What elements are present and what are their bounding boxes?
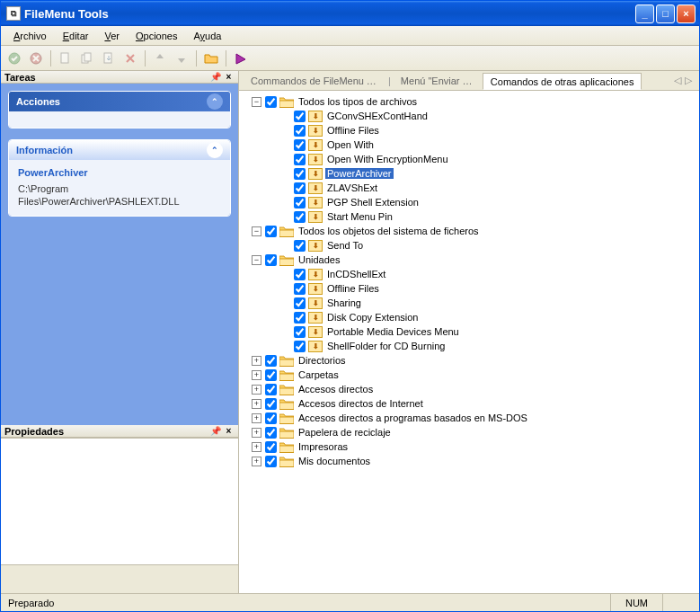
close-button[interactable]: × [677,4,696,23]
toolbar-down-icon[interactable] [172,49,191,68]
toolbar-up-icon[interactable] [150,49,170,68]
tree-checkbox[interactable] [294,283,306,295]
tree-item-label[interactable]: Offline Files [325,283,381,294]
tree-row[interactable]: ⬇PowerArchiver [243,166,697,181]
collapse-icon[interactable]: − [252,97,261,107]
tree-item-label[interactable]: Accesos directos a programas basados en … [297,412,529,423]
tree-row[interactable]: −Unidades [243,253,697,267]
tree-row[interactable]: ⬇InCDShellExt [243,267,697,281]
tree-row[interactable]: ⬇ShellFolder for CD Burning [243,339,697,353]
tree-checkbox[interactable] [294,269,306,280]
tree-checkbox[interactable] [265,427,277,439]
collapse-icon[interactable]: − [252,255,261,265]
tree-item-label[interactable]: Unidades [297,254,341,265]
tree-row[interactable]: ⬇Open With EncryptionMenu [243,152,697,166]
toolbar-cancel-icon[interactable] [26,49,46,68]
tree-row[interactable]: +Accesos directos de Internet [243,396,697,411]
tree-row[interactable]: ⬇Start Menu Pin [243,209,697,224]
tree-row[interactable]: +Papelera de reciclaje [243,425,697,439]
tree-item-label[interactable]: ShellFolder for CD Burning [325,341,447,351]
tree-checkbox[interactable] [294,326,306,338]
toolbar-folder-icon[interactable] [201,49,221,68]
tree-checkbox[interactable] [265,398,277,410]
tree-checkbox[interactable] [294,154,306,165]
expand-icon[interactable]: + [252,413,261,423]
tab-commands-filemenu[interactable]: Commandos de FileMenu Tools [243,72,386,89]
collapse-icon[interactable]: − [252,226,261,236]
informacion-header[interactable]: Información ⌃ [9,140,230,160]
tree-item-label[interactable]: Start Menu Pin [325,211,394,222]
tree-item-label[interactable]: Accesos directos de Internet [297,398,425,409]
tree-row[interactable]: −Todos los objetos del sistema de ficher… [243,224,697,238]
tree-row[interactable]: ⬇Offline Files [243,281,697,296]
tree-item-label[interactable]: PGP Shell Extension [325,197,421,208]
tree-checkbox[interactable] [265,441,277,453]
tree-item-label[interactable]: Send To [325,240,365,251]
close-panel-icon[interactable]: × [223,425,235,437]
tree-checkbox[interactable] [294,139,306,151]
tree-checkbox[interactable] [265,384,277,395]
tab-prev-icon[interactable]: ◁ [674,75,681,86]
tree-row[interactable]: −Todos los tipos de archivos [243,94,697,109]
tree-checkbox[interactable] [265,254,277,266]
tree-row[interactable]: +Directorios [243,353,697,368]
tree-item-label[interactable]: Accesos directos [297,384,375,395]
tree-row[interactable]: ⬇Offline Files [243,123,697,137]
tree-row[interactable]: +Accesos directos [243,382,697,396]
tree-checkbox[interactable] [294,197,306,208]
tree-row[interactable]: ⬇Send To [243,238,697,253]
tree-checkbox[interactable] [294,211,306,223]
tree-item-label[interactable]: Open With EncryptionMenu [325,154,450,164]
acciones-header[interactable]: Acciones ⌃ [9,92,230,111]
minimize-button[interactable]: _ [635,4,654,23]
toolbar-new-icon[interactable] [56,49,75,68]
tree-row[interactable]: ⬇ZLAVShExt [243,181,697,195]
toolbar-copy-icon[interactable] [77,49,97,68]
tree-row[interactable]: ⬇PGP Shell Extension [243,195,697,209]
tree-item-label[interactable]: Sharing [325,297,363,308]
tree-item-label[interactable]: PowerArchiver [325,168,394,179]
tree-item-label[interactable]: Todos los tipos de archivos [297,96,419,107]
tree-checkbox[interactable] [265,355,277,367]
tree-row[interactable]: ⬇Sharing [243,296,697,310]
expand-icon[interactable]: + [252,399,261,409]
tree-checkbox[interactable] [265,96,277,108]
tree-checkbox[interactable] [294,312,306,324]
tree-row[interactable]: +Accesos directos a programas basados en… [243,411,697,425]
tree-item-label[interactable]: Mis documentos [297,456,372,466]
tree-item-label[interactable]: Portable Media Devices Menu [325,326,461,337]
menu-archivo[interactable]: Archivo [6,29,54,43]
tree-checkbox[interactable] [294,125,306,137]
expand-icon[interactable]: + [252,428,261,438]
tree-item-label[interactable]: GConvSHExContHand [325,111,430,121]
tree-item-label[interactable]: Offline Files [325,125,381,136]
tree-item-label[interactable]: Todos los objetos del sistema de fichero… [297,226,481,236]
titlebar[interactable]: ⧉ FileMenu Tools _ □ × [1,1,699,26]
tree-row[interactable]: +Impresoras [243,439,697,454]
tab-next-icon[interactable]: ▷ [685,75,692,86]
tree-row[interactable]: ⬇Portable Media Devices Menu [243,324,697,339]
tree-checkbox[interactable] [265,369,277,381]
expand-icon[interactable]: + [252,442,261,452]
tree-checkbox[interactable] [265,412,277,424]
expand-icon[interactable]: + [252,457,261,466]
tree-item-label[interactable]: Directorios [297,355,348,366]
pin-icon[interactable]: 📌 [209,425,221,437]
tree-checkbox[interactable] [294,297,306,309]
tab-other-apps[interactable]: Comandos de otras aplicaciones [483,73,642,90]
expand-icon[interactable]: + [252,356,261,366]
toolbar-export-icon[interactable] [99,49,119,68]
tree-row[interactable]: ⬇Disk Copy Extension [243,310,697,324]
tree-checkbox[interactable] [265,226,277,237]
menu-opciones[interactable]: Opciones [128,29,184,43]
expand-icon[interactable]: + [252,370,261,380]
close-panel-icon[interactable]: × [223,71,235,83]
tree-item-label[interactable]: Open With [325,139,376,150]
tree-checkbox[interactable] [294,240,306,252]
tree-item-label[interactable]: InCDShellExt [325,269,387,279]
toolbar-apply-icon[interactable] [4,49,24,68]
tree-row[interactable]: +Mis documentos [243,454,697,468]
expand-icon[interactable]: + [252,385,261,395]
menu-editar[interactable]: Editar [56,29,96,43]
tree-item-label[interactable]: Papelera de reciclaje [297,427,393,438]
